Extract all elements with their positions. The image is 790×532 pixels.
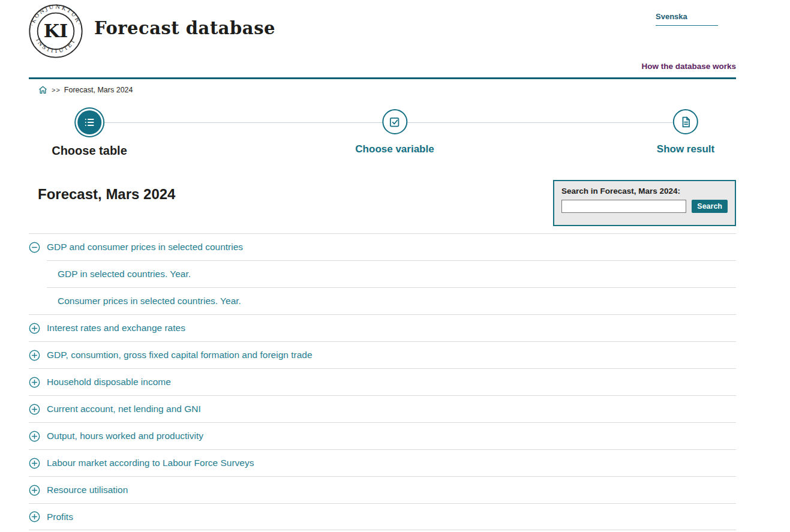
step-show-result-label: Show result	[657, 143, 714, 155]
accordion-row-label[interactable]: GDP and consumer prices in selected coun…	[47, 242, 243, 253]
document-icon	[679, 116, 692, 128]
accordion-row-labour-market[interactable]: Labour market according to Labour Force …	[29, 449, 736, 476]
header-divider	[29, 77, 736, 79]
accordion-row-label[interactable]: GDP, consumtion, gross fixed capital for…	[47, 350, 313, 360]
accordion-row-label[interactable]: Output, hours worked and productivity	[47, 431, 203, 441]
plus-icon[interactable]	[29, 431, 40, 442]
plus-icon[interactable]	[29, 404, 40, 415]
logo-monogram: KI	[44, 20, 68, 41]
accordion-row-label[interactable]: Resource utilisation	[47, 485, 128, 495]
ki-logo: ·KONJUNKTUR· INSTITUTET KI	[28, 4, 83, 61]
accordion-row-resource-utilisation[interactable]: Resource utilisation	[29, 476, 736, 503]
accordion-row-profits[interactable]: Profits	[29, 503, 736, 530]
stepper: Choose table Choose variable	[0, 107, 790, 161]
accordion-row-label[interactable]: Interest rates and exchange rates	[47, 323, 185, 333]
language-link[interactable]: Svenska	[656, 12, 718, 26]
search-panel: Search in Forecast, Mars 2024: Search	[553, 180, 736, 226]
page-title: Forecast, Mars 2024	[38, 186, 175, 203]
search-button[interactable]: Search	[692, 200, 728, 213]
plus-icon[interactable]	[29, 323, 40, 334]
step-choose-variable[interactable]: Choose variable	[355, 109, 434, 155]
accordion-row-label[interactable]: Profits	[47, 512, 73, 522]
breadcrumb-separator: >>	[52, 86, 61, 94]
table-group-list: GDP and consumer prices in selected coun…	[29, 233, 736, 530]
step-choose-table-label: Choose table	[52, 144, 127, 158]
step-choose-table[interactable]: Choose table	[52, 107, 127, 158]
search-input[interactable]	[561, 200, 686, 213]
table-link-label[interactable]: Consumer prices in selected countries. Y…	[47, 296, 241, 306]
step-choose-table-circle[interactable]	[77, 110, 101, 134]
accordion-row-household-income[interactable]: Household disposable income	[29, 368, 736, 395]
list-icon	[83, 116, 96, 129]
accordion-row-current-account[interactable]: Current account, net lending and GNI	[29, 395, 736, 422]
table-link-gdp-selected-countries[interactable]: GDP in selected countries. Year.	[47, 260, 736, 287]
accordion-row-gdp-consumer-prices[interactable]: GDP and consumer prices in selected coun…	[29, 233, 736, 260]
accordion-row-label[interactable]: Current account, net lending and GNI	[47, 404, 201, 414]
minus-icon[interactable]	[29, 242, 40, 253]
accordion-row-output-hours[interactable]: Output, hours worked and productivity	[29, 422, 736, 449]
step-choose-variable-label: Choose variable	[355, 143, 434, 155]
home-icon[interactable]	[38, 85, 48, 95]
accordion-row-gdp-consumption[interactable]: GDP, consumtion, gross fixed capital for…	[29, 341, 736, 368]
search-label: Search in Forecast, Mars 2024:	[561, 187, 728, 196]
site-title: Forecast database	[94, 18, 275, 38]
breadcrumb: >> Forecast, Mars 2024	[38, 85, 133, 95]
plus-icon[interactable]	[29, 485, 40, 496]
checkbox-icon	[388, 116, 401, 128]
plus-icon[interactable]	[29, 350, 40, 361]
plus-icon[interactable]	[29, 511, 40, 522]
step-show-result-circle[interactable]	[673, 109, 698, 134]
table-link-label[interactable]: GDP in selected countries. Year.	[47, 269, 191, 279]
accordion-row-label[interactable]: Household disposable income	[47, 377, 171, 387]
step-choose-variable-circle[interactable]	[382, 109, 407, 134]
plus-icon[interactable]	[29, 458, 40, 469]
page: ·KONJUNKTUR· INSTITUTET KI Forecast data…	[0, 0, 790, 532]
step-show-result[interactable]: Show result	[657, 109, 714, 155]
accordion-row-label[interactable]: Labour market according to Labour Force …	[47, 458, 254, 468]
table-link-consumer-prices-selected-countries[interactable]: Consumer prices in selected countries. Y…	[47, 287, 736, 314]
help-link[interactable]: How the database works	[641, 62, 736, 71]
accordion-row-interest-rates[interactable]: Interest rates and exchange rates	[29, 314, 736, 341]
breadcrumb-current: Forecast, Mars 2024	[64, 86, 133, 94]
ki-logo-icon: ·KONJUNKTUR· INSTITUTET KI	[28, 4, 83, 59]
plus-icon[interactable]	[29, 377, 40, 388]
